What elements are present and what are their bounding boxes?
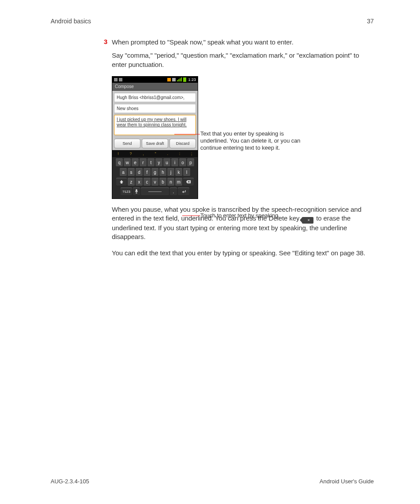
key-y[interactable]: y (155, 158, 162, 167)
signal-icon (177, 77, 182, 81)
key-n[interactable]: n (167, 178, 174, 186)
key-f[interactable]: f (144, 168, 151, 177)
step-3: 3 When prompted to "Speak now," speak wh… (97, 38, 374, 47)
key-m[interactable]: m (175, 178, 182, 186)
doc-title: Android User's Guide (320, 478, 374, 485)
shift-key[interactable] (116, 178, 127, 186)
page-number: 37 (367, 18, 374, 25)
key-b[interactable]: b (159, 178, 166, 186)
send-button[interactable]: Send (114, 139, 140, 148)
key-c[interactable]: c (144, 178, 151, 186)
notif-icon (114, 78, 118, 81)
key-k[interactable]: k (175, 168, 182, 177)
hint-key[interactable]: ? (130, 151, 132, 156)
key-v[interactable]: v (151, 178, 158, 186)
figure: 1:23 Compose Hugh Briss <hbriss1@gmail.c… (112, 76, 374, 199)
step-text: When prompted to "Speak now," speak what… (112, 38, 294, 47)
annotation-underline: Text that you enter by speaking is under… (200, 130, 310, 152)
key-x[interactable]: x (136, 178, 143, 186)
doc-id: AUG-2.3.4-105 (51, 478, 89, 485)
key-u[interactable]: u (163, 158, 170, 167)
hint-key[interactable]: , (143, 151, 144, 156)
key-h[interactable]: h (159, 168, 166, 177)
key-i[interactable]: i (171, 158, 178, 167)
save-draft-button[interactable]: Save draft (142, 139, 168, 148)
key-e[interactable]: e (132, 158, 139, 167)
hint-key[interactable]: : (179, 151, 181, 156)
key-q[interactable]: q (116, 158, 123, 167)
gps-icon (172, 78, 176, 81)
key-s[interactable]: s (128, 168, 135, 177)
hint-key[interactable]: ! (118, 151, 119, 156)
key-r[interactable]: r (140, 158, 147, 167)
section-title: Android basics (51, 18, 91, 25)
key-a[interactable]: a (120, 168, 127, 177)
svg-rect-0 (136, 189, 137, 192)
notif-icon (119, 78, 122, 81)
delete-key-icon: × (302, 217, 313, 224)
step-number: 3 (97, 38, 107, 47)
hint-key[interactable]: . (167, 151, 169, 156)
symbols-key[interactable]: ?123 (121, 188, 132, 196)
page-footer: AUG-2.3.4-105 Android User's Guide (51, 478, 374, 485)
key-w[interactable]: w (124, 158, 131, 167)
key-j[interactable]: j (167, 168, 174, 177)
paragraph-transcribe: When you pause, what you spoke is transc… (112, 205, 368, 242)
space-key[interactable] (141, 188, 169, 196)
annotation-mic: Touch to enter text by speaking. (200, 212, 280, 219)
key-g[interactable]: g (151, 168, 158, 177)
page-header: Android basics 37 (51, 18, 374, 25)
period-key[interactable]: . (170, 188, 177, 196)
paragraph-edit: You can edit the text that you enter by … (112, 249, 368, 258)
mic-key[interactable] (133, 188, 140, 196)
key-t[interactable]: t (147, 158, 155, 167)
body-text: I just picked up my new shoes. I will we… (117, 117, 187, 128)
paragraph-punctuation: Say "comma," "period," "question mark," … (112, 51, 368, 69)
key-z[interactable]: z (128, 178, 135, 186)
key-d[interactable]: d (136, 168, 143, 177)
hint-key[interactable]: " (155, 151, 156, 156)
download-icon (167, 78, 171, 81)
